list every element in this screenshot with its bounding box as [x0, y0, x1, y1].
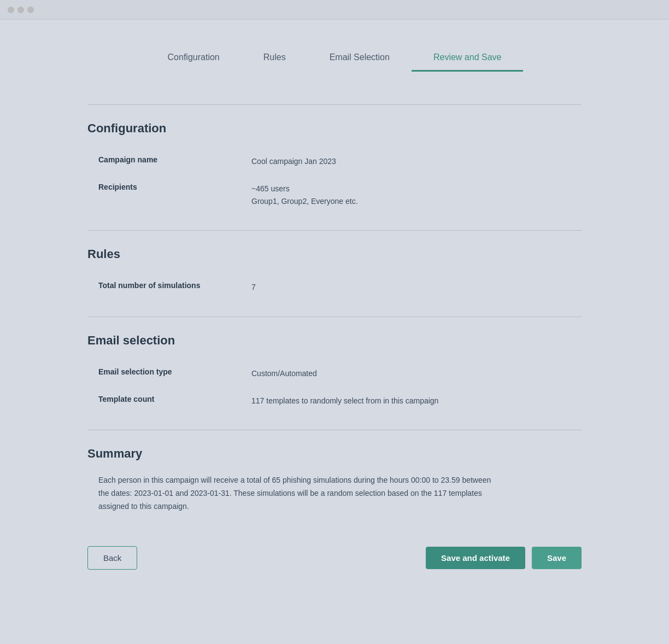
summary-section: Summary Each person in this campaign wil…: [87, 430, 582, 513]
campaign-name-label: Campaign name: [98, 155, 251, 164]
simulations-value: 7: [251, 281, 256, 293]
template-count-label: Template count: [98, 395, 251, 403]
template-count-row: Template count 117 templates to randomly…: [87, 388, 582, 413]
simulations-label: Total number of simulations: [98, 281, 251, 290]
tab-email-selection[interactable]: Email Selection: [308, 52, 412, 72]
recipients-row: Recipients ~465 usersGroup1, Group2, Eve…: [87, 176, 582, 214]
right-buttons: Save and activate Save: [426, 547, 582, 569]
tab-rules[interactable]: Rules: [242, 52, 308, 72]
save-button[interactable]: Save: [532, 547, 582, 569]
campaign-name-value: Cool campaign Jan 2023: [251, 155, 336, 167]
campaign-name-row: Campaign name Cool campaign Jan 2023: [87, 149, 582, 174]
email-selection-type-row: Email selection type Custom/Automated: [87, 361, 582, 386]
email-selection-title: Email selection: [87, 333, 582, 348]
email-selection-type-label: Email selection type: [98, 367, 251, 376]
tab-review-and-save[interactable]: Review and Save: [412, 52, 524, 72]
chrome-dot-maximize: [27, 7, 34, 13]
email-selection-section: Email selection Email selection type Cus…: [87, 317, 582, 414]
summary-title: Summary: [87, 447, 582, 461]
rules-section: Rules Total number of simulations 7: [87, 230, 582, 300]
window-chrome: [0, 0, 669, 20]
save-and-activate-button[interactable]: Save and activate: [426, 547, 525, 569]
rules-title: Rules: [87, 247, 582, 261]
configuration-title: Configuration: [87, 121, 582, 136]
back-button[interactable]: Back: [87, 546, 137, 570]
bottom-bar: Back Save and activate Save: [87, 546, 582, 570]
email-selection-type-value: Custom/Automated: [251, 367, 317, 379]
tab-configuration[interactable]: Configuration: [146, 52, 242, 72]
recipients-label: Recipients: [98, 183, 251, 191]
simulations-row: Total number of simulations 7: [87, 274, 582, 300]
stepper: Configuration Rules Email Selection Revi…: [87, 52, 582, 72]
chrome-dot-close: [8, 7, 14, 13]
recipients-value: ~465 usersGroup1, Group2, Everyone etc.: [251, 183, 358, 207]
template-count-value: 117 templates to randomly select from in…: [251, 395, 438, 407]
chrome-dot-minimize: [17, 7, 24, 13]
summary-text: Each person in this campaign will receiv…: [87, 474, 503, 513]
configuration-section: Configuration Campaign name Cool campaig…: [87, 104, 582, 214]
